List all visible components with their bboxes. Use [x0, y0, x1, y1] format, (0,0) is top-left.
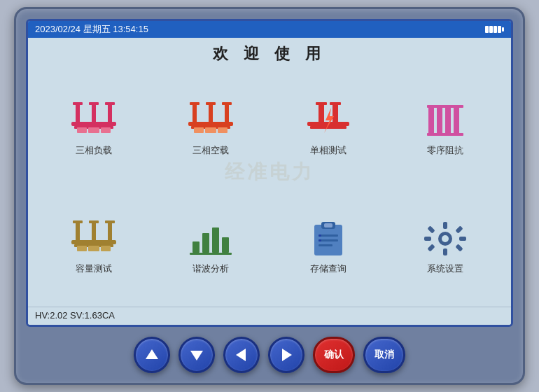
- svg-rect-57: [318, 234, 321, 237]
- zero-sequence-icon: [420, 99, 470, 141]
- hv-sv-status: HV:2.02 SV:1.63CA: [35, 310, 115, 321]
- cancel-button[interactable]: 取消: [363, 337, 405, 373]
- down-button[interactable]: [178, 337, 215, 373]
- icon-item-pbfx[interactable]: 谐波分析: [154, 190, 269, 302]
- svg-rect-13: [225, 104, 229, 123]
- svg-rect-48: [212, 227, 219, 253]
- svg-rect-24: [316, 102, 327, 105]
- icon-item-rlcs[interactable]: 容量测试: [36, 190, 151, 302]
- screen: 2023/02/24 星期五 13:54:15 经准电力 欢 迎 使 用: [26, 19, 513, 327]
- svg-rect-49: [222, 237, 229, 253]
- icon-label-cccx: 存储查询: [310, 262, 346, 275]
- icon-label-sxfz: 三相负载: [76, 144, 112, 157]
- svg-rect-0: [76, 104, 80, 123]
- cancel-label: 取消: [374, 349, 394, 361]
- svg-rect-36: [92, 222, 96, 241]
- svg-rect-41: [71, 240, 116, 244]
- svg-rect-29: [428, 106, 434, 134]
- svg-rect-40: [105, 220, 115, 223]
- device-body: 2023/02/24 星期五 13:54:15 经准电力 欢 迎 使 用: [14, 7, 525, 385]
- svg-rect-19: [194, 127, 204, 133]
- svg-rect-47: [202, 233, 209, 253]
- svg-rect-31: [445, 106, 451, 134]
- svg-rect-16: [222, 102, 232, 105]
- svg-rect-45: [101, 246, 111, 251]
- svg-rect-50: [190, 253, 232, 255]
- transformer-noload-icon: [186, 99, 236, 141]
- svg-rect-43: [77, 246, 87, 251]
- right-button[interactable]: [268, 337, 304, 373]
- icon-grid: 三相负载: [36, 71, 503, 302]
- svg-rect-38: [73, 220, 83, 223]
- transformer-load-icon: [69, 99, 119, 141]
- up-button[interactable]: [134, 337, 170, 373]
- svg-rect-15: [206, 102, 216, 105]
- svg-rect-62: [443, 248, 447, 255]
- svg-rect-67: [428, 244, 435, 251]
- button-row: 确认 取消: [26, 334, 513, 374]
- confirm-label: 确认: [324, 349, 344, 361]
- svg-rect-17: [188, 122, 233, 126]
- screen-content: 经准电力 欢 迎 使 用: [28, 38, 511, 307]
- svg-rect-8: [77, 127, 87, 133]
- icon-item-sxkz[interactable]: 三相空载: [154, 71, 269, 184]
- icon-item-cccx[interactable]: 存储查询: [271, 190, 386, 302]
- icon-item-sxfz[interactable]: 三相负载: [36, 71, 151, 184]
- storage-query-icon: [303, 218, 354, 260]
- icon-item-xtsz[interactable]: 系统设置: [388, 190, 503, 302]
- icon-item-dxcs[interactable]: 单相测试: [271, 71, 386, 184]
- svg-point-60: [442, 235, 449, 242]
- svg-rect-6: [71, 122, 116, 126]
- svg-marker-72: [282, 349, 292, 361]
- screen-status: HV:2.02 SV:1.63CA: [28, 307, 511, 325]
- svg-rect-55: [318, 239, 338, 241]
- icon-label-rlcs: 容量测试: [76, 262, 112, 275]
- svg-rect-33: [427, 105, 463, 108]
- svg-rect-37: [108, 222, 112, 241]
- svg-rect-4: [89, 102, 99, 105]
- svg-rect-3: [73, 102, 83, 105]
- svg-rect-58: [318, 239, 321, 241]
- confirm-button[interactable]: 确认: [313, 337, 355, 373]
- svg-rect-21: [218, 127, 227, 133]
- welcome-title: 欢 迎 使 用: [36, 43, 503, 64]
- svg-rect-5: [105, 102, 115, 105]
- icon-item-lxzk[interactable]: 零序阻抗: [388, 71, 503, 184]
- icon-label-pbfx: 谐波分析: [192, 262, 229, 275]
- svg-marker-70: [190, 351, 203, 360]
- svg-marker-69: [146, 349, 158, 359]
- svg-rect-32: [454, 106, 459, 134]
- svg-rect-22: [318, 104, 324, 123]
- svg-rect-23: [332, 104, 338, 123]
- capacity-test-icon: [69, 218, 119, 260]
- svg-rect-25: [330, 102, 341, 105]
- svg-rect-61: [443, 222, 447, 229]
- svg-rect-66: [456, 225, 463, 233]
- svg-rect-46: [192, 241, 200, 253]
- icon-label-lxzk: 零序阻抗: [427, 144, 463, 157]
- status-bar: 2023/02/24 星期五 13:54:15: [28, 21, 511, 38]
- svg-rect-11: [192, 104, 197, 123]
- svg-marker-71: [236, 349, 246, 361]
- svg-rect-30: [437, 106, 442, 134]
- svg-rect-54: [318, 234, 338, 237]
- harmonic-analysis-icon: [186, 218, 236, 260]
- svg-rect-12: [209, 104, 213, 123]
- svg-rect-9: [88, 127, 99, 133]
- icon-label-xtsz: 系统设置: [427, 262, 463, 275]
- svg-rect-34: [427, 133, 463, 136]
- single-phase-icon: [303, 99, 354, 141]
- svg-rect-39: [89, 220, 99, 223]
- svg-rect-44: [88, 246, 99, 251]
- icon-label-dxcs: 单相测试: [310, 144, 346, 157]
- svg-rect-1: [92, 104, 96, 123]
- svg-rect-35: [76, 222, 80, 241]
- left-button[interactable]: [223, 337, 260, 373]
- datetime-label: 2023/02/24 星期五 13:54:15: [35, 23, 148, 36]
- svg-rect-53: [324, 223, 332, 227]
- svg-rect-27: [310, 126, 346, 129]
- svg-marker-28: [324, 108, 334, 133]
- svg-rect-14: [190, 102, 200, 105]
- battery-icon: [485, 26, 504, 33]
- svg-rect-20: [205, 127, 216, 133]
